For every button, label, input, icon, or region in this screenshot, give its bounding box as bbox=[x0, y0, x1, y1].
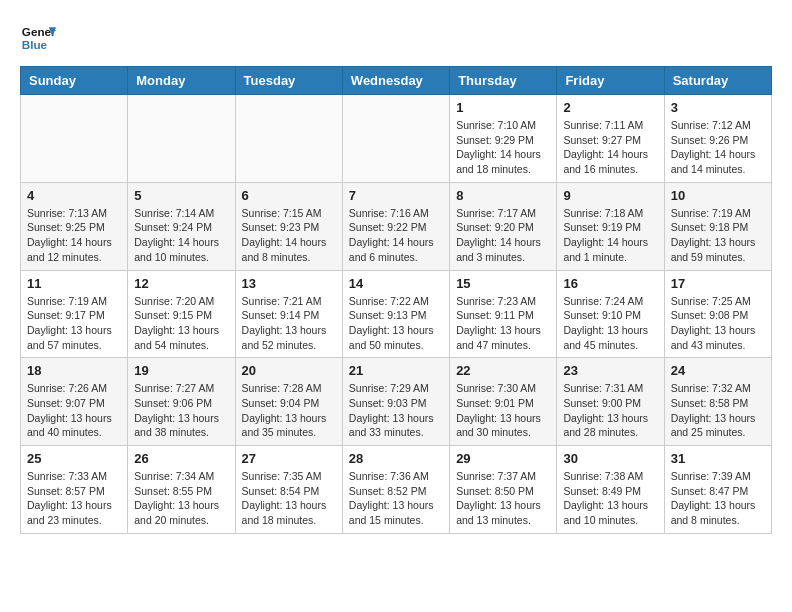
calendar-cell: 17Sunrise: 7:25 AM Sunset: 9:08 PM Dayli… bbox=[664, 270, 771, 358]
day-info: Sunrise: 7:35 AM Sunset: 8:54 PM Dayligh… bbox=[242, 469, 336, 528]
day-info: Sunrise: 7:25 AM Sunset: 9:08 PM Dayligh… bbox=[671, 294, 765, 353]
calendar-cell: 16Sunrise: 7:24 AM Sunset: 9:10 PM Dayli… bbox=[557, 270, 664, 358]
calendar-cell bbox=[21, 95, 128, 183]
day-info: Sunrise: 7:37 AM Sunset: 8:50 PM Dayligh… bbox=[456, 469, 550, 528]
day-number: 8 bbox=[456, 188, 550, 203]
logo: General Blue bbox=[20, 20, 56, 56]
calendar-cell: 14Sunrise: 7:22 AM Sunset: 9:13 PM Dayli… bbox=[342, 270, 449, 358]
day-info: Sunrise: 7:10 AM Sunset: 9:29 PM Dayligh… bbox=[456, 118, 550, 177]
day-number: 23 bbox=[563, 363, 657, 378]
day-info: Sunrise: 7:32 AM Sunset: 8:58 PM Dayligh… bbox=[671, 381, 765, 440]
day-number: 20 bbox=[242, 363, 336, 378]
day-info: Sunrise: 7:20 AM Sunset: 9:15 PM Dayligh… bbox=[134, 294, 228, 353]
day-info: Sunrise: 7:31 AM Sunset: 9:00 PM Dayligh… bbox=[563, 381, 657, 440]
day-number: 19 bbox=[134, 363, 228, 378]
weekday-header-wednesday: Wednesday bbox=[342, 67, 449, 95]
calendar-cell: 12Sunrise: 7:20 AM Sunset: 9:15 PM Dayli… bbox=[128, 270, 235, 358]
weekday-header-thursday: Thursday bbox=[450, 67, 557, 95]
day-number: 5 bbox=[134, 188, 228, 203]
day-info: Sunrise: 7:29 AM Sunset: 9:03 PM Dayligh… bbox=[349, 381, 443, 440]
day-number: 2 bbox=[563, 100, 657, 115]
day-info: Sunrise: 7:28 AM Sunset: 9:04 PM Dayligh… bbox=[242, 381, 336, 440]
day-info: Sunrise: 7:33 AM Sunset: 8:57 PM Dayligh… bbox=[27, 469, 121, 528]
calendar-week-3: 11Sunrise: 7:19 AM Sunset: 9:17 PM Dayli… bbox=[21, 270, 772, 358]
calendar-cell: 28Sunrise: 7:36 AM Sunset: 8:52 PM Dayli… bbox=[342, 446, 449, 534]
day-number: 16 bbox=[563, 276, 657, 291]
calendar-week-2: 4Sunrise: 7:13 AM Sunset: 9:25 PM Daylig… bbox=[21, 182, 772, 270]
calendar-table: SundayMondayTuesdayWednesdayThursdayFrid… bbox=[20, 66, 772, 534]
day-info: Sunrise: 7:23 AM Sunset: 9:11 PM Dayligh… bbox=[456, 294, 550, 353]
calendar-cell: 24Sunrise: 7:32 AM Sunset: 8:58 PM Dayli… bbox=[664, 358, 771, 446]
day-number: 30 bbox=[563, 451, 657, 466]
logo-icon: General Blue bbox=[20, 20, 56, 56]
day-info: Sunrise: 7:17 AM Sunset: 9:20 PM Dayligh… bbox=[456, 206, 550, 265]
day-info: Sunrise: 7:24 AM Sunset: 9:10 PM Dayligh… bbox=[563, 294, 657, 353]
calendar-cell: 18Sunrise: 7:26 AM Sunset: 9:07 PM Dayli… bbox=[21, 358, 128, 446]
day-number: 11 bbox=[27, 276, 121, 291]
calendar-cell bbox=[342, 95, 449, 183]
day-info: Sunrise: 7:26 AM Sunset: 9:07 PM Dayligh… bbox=[27, 381, 121, 440]
calendar-cell: 20Sunrise: 7:28 AM Sunset: 9:04 PM Dayli… bbox=[235, 358, 342, 446]
day-number: 9 bbox=[563, 188, 657, 203]
day-number: 12 bbox=[134, 276, 228, 291]
calendar-cell: 21Sunrise: 7:29 AM Sunset: 9:03 PM Dayli… bbox=[342, 358, 449, 446]
calendar-cell: 23Sunrise: 7:31 AM Sunset: 9:00 PM Dayli… bbox=[557, 358, 664, 446]
day-info: Sunrise: 7:30 AM Sunset: 9:01 PM Dayligh… bbox=[456, 381, 550, 440]
calendar-week-4: 18Sunrise: 7:26 AM Sunset: 9:07 PM Dayli… bbox=[21, 358, 772, 446]
day-number: 29 bbox=[456, 451, 550, 466]
day-info: Sunrise: 7:19 AM Sunset: 9:17 PM Dayligh… bbox=[27, 294, 121, 353]
day-info: Sunrise: 7:14 AM Sunset: 9:24 PM Dayligh… bbox=[134, 206, 228, 265]
day-number: 26 bbox=[134, 451, 228, 466]
day-number: 24 bbox=[671, 363, 765, 378]
weekday-header-tuesday: Tuesday bbox=[235, 67, 342, 95]
day-number: 17 bbox=[671, 276, 765, 291]
calendar-cell: 30Sunrise: 7:38 AM Sunset: 8:49 PM Dayli… bbox=[557, 446, 664, 534]
day-info: Sunrise: 7:13 AM Sunset: 9:25 PM Dayligh… bbox=[27, 206, 121, 265]
day-info: Sunrise: 7:18 AM Sunset: 9:19 PM Dayligh… bbox=[563, 206, 657, 265]
day-info: Sunrise: 7:36 AM Sunset: 8:52 PM Dayligh… bbox=[349, 469, 443, 528]
calendar-cell: 2Sunrise: 7:11 AM Sunset: 9:27 PM Daylig… bbox=[557, 95, 664, 183]
calendar-cell: 9Sunrise: 7:18 AM Sunset: 9:19 PM Daylig… bbox=[557, 182, 664, 270]
page-header: General Blue bbox=[20, 20, 772, 56]
day-info: Sunrise: 7:34 AM Sunset: 8:55 PM Dayligh… bbox=[134, 469, 228, 528]
day-info: Sunrise: 7:39 AM Sunset: 8:47 PM Dayligh… bbox=[671, 469, 765, 528]
calendar-cell bbox=[235, 95, 342, 183]
calendar-cell: 7Sunrise: 7:16 AM Sunset: 9:22 PM Daylig… bbox=[342, 182, 449, 270]
day-number: 1 bbox=[456, 100, 550, 115]
day-number: 14 bbox=[349, 276, 443, 291]
day-info: Sunrise: 7:16 AM Sunset: 9:22 PM Dayligh… bbox=[349, 206, 443, 265]
calendar-cell: 25Sunrise: 7:33 AM Sunset: 8:57 PM Dayli… bbox=[21, 446, 128, 534]
calendar-cell: 15Sunrise: 7:23 AM Sunset: 9:11 PM Dayli… bbox=[450, 270, 557, 358]
day-info: Sunrise: 7:27 AM Sunset: 9:06 PM Dayligh… bbox=[134, 381, 228, 440]
calendar-cell: 29Sunrise: 7:37 AM Sunset: 8:50 PM Dayli… bbox=[450, 446, 557, 534]
day-number: 27 bbox=[242, 451, 336, 466]
day-number: 10 bbox=[671, 188, 765, 203]
calendar-week-5: 25Sunrise: 7:33 AM Sunset: 8:57 PM Dayli… bbox=[21, 446, 772, 534]
weekday-header-sunday: Sunday bbox=[21, 67, 128, 95]
calendar-cell: 11Sunrise: 7:19 AM Sunset: 9:17 PM Dayli… bbox=[21, 270, 128, 358]
weekday-header-saturday: Saturday bbox=[664, 67, 771, 95]
weekday-header-monday: Monday bbox=[128, 67, 235, 95]
day-number: 18 bbox=[27, 363, 121, 378]
day-number: 13 bbox=[242, 276, 336, 291]
day-number: 6 bbox=[242, 188, 336, 203]
calendar-cell: 26Sunrise: 7:34 AM Sunset: 8:55 PM Dayli… bbox=[128, 446, 235, 534]
day-number: 31 bbox=[671, 451, 765, 466]
calendar-cell: 27Sunrise: 7:35 AM Sunset: 8:54 PM Dayli… bbox=[235, 446, 342, 534]
calendar-cell: 6Sunrise: 7:15 AM Sunset: 9:23 PM Daylig… bbox=[235, 182, 342, 270]
calendar-cell: 3Sunrise: 7:12 AM Sunset: 9:26 PM Daylig… bbox=[664, 95, 771, 183]
day-info: Sunrise: 7:19 AM Sunset: 9:18 PM Dayligh… bbox=[671, 206, 765, 265]
day-number: 7 bbox=[349, 188, 443, 203]
day-info: Sunrise: 7:22 AM Sunset: 9:13 PM Dayligh… bbox=[349, 294, 443, 353]
day-info: Sunrise: 7:12 AM Sunset: 9:26 PM Dayligh… bbox=[671, 118, 765, 177]
calendar-week-1: 1Sunrise: 7:10 AM Sunset: 9:29 PM Daylig… bbox=[21, 95, 772, 183]
day-info: Sunrise: 7:15 AM Sunset: 9:23 PM Dayligh… bbox=[242, 206, 336, 265]
calendar-cell: 13Sunrise: 7:21 AM Sunset: 9:14 PM Dayli… bbox=[235, 270, 342, 358]
calendar-cell: 5Sunrise: 7:14 AM Sunset: 9:24 PM Daylig… bbox=[128, 182, 235, 270]
day-number: 15 bbox=[456, 276, 550, 291]
calendar-cell: 1Sunrise: 7:10 AM Sunset: 9:29 PM Daylig… bbox=[450, 95, 557, 183]
day-number: 25 bbox=[27, 451, 121, 466]
day-number: 4 bbox=[27, 188, 121, 203]
day-info: Sunrise: 7:11 AM Sunset: 9:27 PM Dayligh… bbox=[563, 118, 657, 177]
calendar-body: 1Sunrise: 7:10 AM Sunset: 9:29 PM Daylig… bbox=[21, 95, 772, 534]
